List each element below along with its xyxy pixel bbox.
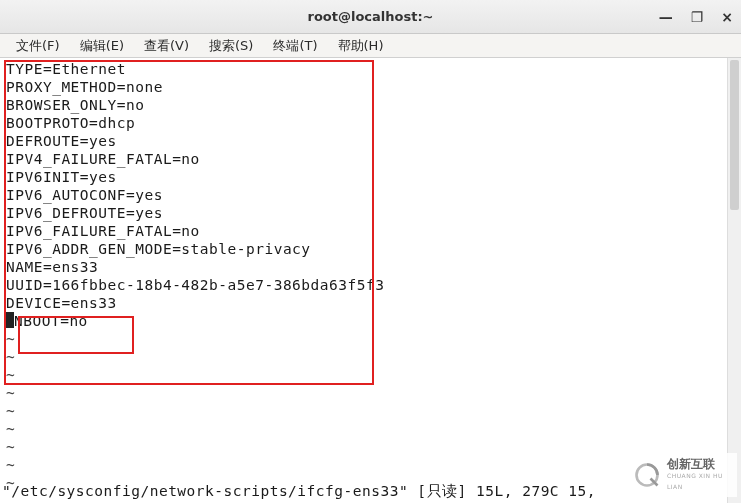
file-line: IPV4_FAILURE_FATAL=no	[6, 150, 733, 168]
file-line: IPV6_AUTOCONF=yes	[6, 186, 733, 204]
close-button[interactable]: ×	[721, 9, 733, 25]
menu-terminal[interactable]: 终端(T)	[263, 35, 327, 57]
file-line: IPV6_ADDR_GEN_MODE=stable-privacy	[6, 240, 733, 258]
menu-edit[interactable]: 编辑(E)	[70, 35, 134, 57]
file-line: PROXY_METHOD=none	[6, 78, 733, 96]
terminal-viewport[interactable]: TYPE=EthernetPROXY_METHOD=noneBROWSER_ON…	[4, 58, 735, 503]
text-cursor	[6, 312, 14, 328]
menubar: 文件(F) 编辑(E) 查看(V) 搜索(S) 终端(T) 帮助(H)	[0, 34, 741, 58]
file-line: IPV6_FAILURE_FATAL=no	[6, 222, 733, 240]
vim-empty-line: ~	[6, 366, 733, 384]
minimize-button[interactable]: —	[659, 9, 673, 25]
file-line: BOOTPROTO=dhcp	[6, 114, 733, 132]
menu-view[interactable]: 查看(V)	[134, 35, 199, 57]
file-line: UUID=166fbbec-18b4-482b-a5e7-386bda63f5f…	[6, 276, 733, 294]
window-titlebar: root@localhost:~ — ❐ ×	[0, 0, 741, 34]
file-line: DEFROUTE=yes	[6, 132, 733, 150]
vim-empty-line: ~	[6, 402, 733, 420]
vim-empty-line: ~	[6, 330, 733, 348]
menu-file[interactable]: 文件(F)	[6, 35, 70, 57]
menu-help[interactable]: 帮助(H)	[328, 35, 394, 57]
vim-empty-line: ~	[6, 456, 733, 474]
vim-empty-line: ~	[6, 438, 733, 456]
maximize-button[interactable]: ❐	[691, 9, 704, 25]
menu-search[interactable]: 搜索(S)	[199, 35, 263, 57]
vim-empty-line: ~	[6, 348, 733, 366]
vertical-scrollbar[interactable]	[727, 58, 741, 503]
file-line-onboot: NBOOT=no	[6, 312, 733, 330]
file-line: DEVICE=ens33	[6, 294, 733, 312]
file-line: TYPE=Ethernet	[6, 60, 733, 78]
file-line: IPV6_DEFROUTE=yes	[6, 204, 733, 222]
file-line: BROWSER_ONLY=no	[6, 96, 733, 114]
file-line: IPV6INIT=yes	[6, 168, 733, 186]
vim-empty-line: ~	[6, 384, 733, 402]
file-line: NAME=ens33	[6, 258, 733, 276]
window-controls: — ❐ ×	[659, 0, 733, 34]
window-title: root@localhost:~	[307, 9, 433, 24]
vim-status-line: "/etc/sysconfig/network-scripts/ifcfg-en…	[2, 482, 596, 501]
vim-empty-line: ~	[6, 420, 733, 438]
terminal-content[interactable]: TYPE=EthernetPROXY_METHOD=noneBROWSER_ON…	[6, 60, 733, 501]
scrollbar-thumb[interactable]	[730, 60, 739, 210]
